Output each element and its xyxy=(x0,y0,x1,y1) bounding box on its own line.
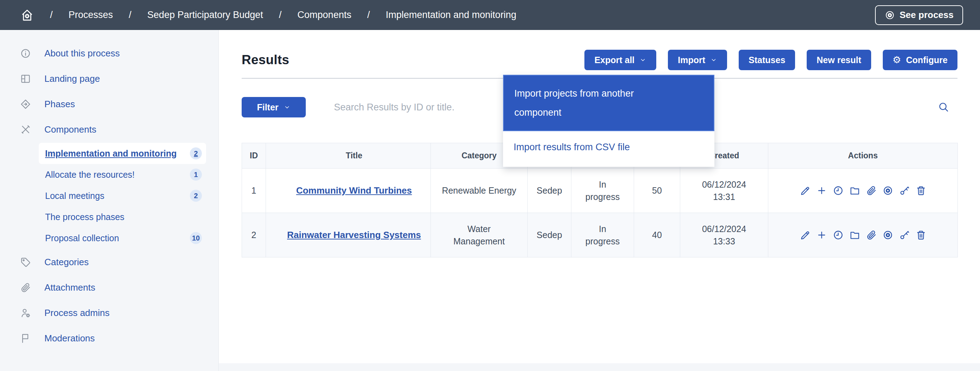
clock-icon xyxy=(833,185,844,196)
header-title: Title xyxy=(266,143,431,169)
permissions-button[interactable] xyxy=(899,185,910,196)
paperclip-icon xyxy=(866,185,877,196)
cell-scope: Sedep xyxy=(528,169,571,213)
new-result-button[interactable]: New result xyxy=(807,50,871,70)
sidebar-item-categories[interactable]: Categories xyxy=(0,249,218,275)
key-icon xyxy=(899,185,910,196)
component-label: Local meetings xyxy=(45,191,190,201)
projects-button[interactable] xyxy=(849,230,860,240)
preview-button[interactable] xyxy=(883,230,893,240)
export-all-label: Export all xyxy=(594,55,635,65)
home-icon xyxy=(20,8,34,22)
sidebar-component-local-meetings[interactable]: Local meetings 2 xyxy=(39,185,206,206)
sidebar-item-label: Landing page xyxy=(45,74,100,84)
sidebar-component-allocate-the-resources[interactable]: Allocate the resources! 1 xyxy=(39,164,206,185)
delete-button[interactable] xyxy=(916,230,926,240)
cell-status: In progress xyxy=(571,169,634,213)
component-count-badge: 1 xyxy=(190,169,202,181)
statuses-label: Statuses xyxy=(749,55,785,65)
component-label: The process phases xyxy=(45,212,202,222)
eye-icon xyxy=(885,10,895,21)
import-label: Import xyxy=(678,55,705,65)
breadcrumb-separator: / xyxy=(367,10,370,21)
breadcrumb-components[interactable]: Components xyxy=(298,10,351,21)
sidebar-item-label: About this process xyxy=(45,48,120,59)
edit-result-button[interactable] xyxy=(800,230,811,240)
result-title-link[interactable]: Community Wind Turbines xyxy=(296,185,412,196)
breadcrumb-current-component[interactable]: Implementation and monitoring xyxy=(386,10,516,21)
statuses-button[interactable]: Statuses xyxy=(739,50,795,70)
see-process-button[interactable]: See process xyxy=(875,5,963,25)
see-process-label: See process xyxy=(900,10,954,21)
menu-item-import-projects[interactable]: Import projects from another component xyxy=(503,75,714,131)
eye-icon xyxy=(883,185,893,196)
sidebar-item-phases[interactable]: Phases xyxy=(0,91,218,117)
preview-button[interactable] xyxy=(883,185,893,196)
add-child-result-button[interactable] xyxy=(816,230,827,240)
sidebar-item-about-this-process[interactable]: About this process xyxy=(0,40,218,66)
component-count-badge: 2 xyxy=(190,147,202,159)
results-toolbar: Export all Import Statuses New result ⚙ … xyxy=(584,50,958,70)
search-icon[interactable] xyxy=(938,101,950,113)
result-title-link[interactable]: Rainwater Harvesting Systems xyxy=(287,230,421,240)
sidebar-item-attachments[interactable]: Attachments xyxy=(0,275,218,300)
home-breadcrumb-button[interactable] xyxy=(20,8,34,22)
cell-category: Water Management xyxy=(431,213,528,257)
breadcrumb-process-name[interactable]: Sedep Participatory Budget xyxy=(147,10,263,21)
breadcrumb-separator: / xyxy=(279,10,282,21)
component-label: Proposal collection xyxy=(45,233,190,243)
cell-id: 2 xyxy=(242,213,266,257)
sidebar-item-label: Phases xyxy=(45,99,75,110)
plus-icon xyxy=(816,185,827,196)
key-icon xyxy=(899,230,910,240)
app-window: / Processes / Sedep Participatory Budget… xyxy=(0,0,980,371)
components-sub-list: Implementation and monitoring 2 Allocate… xyxy=(39,143,206,249)
sidebar-item-process-admins[interactable]: Process admins xyxy=(0,300,218,326)
chevron-down-icon xyxy=(283,104,291,111)
breadcrumb-separator: / xyxy=(50,10,53,21)
timeline-button[interactable] xyxy=(833,185,844,196)
import-dropdown-menu: Import projects from another component I… xyxy=(503,75,714,167)
breadcrumb-processes[interactable]: Processes xyxy=(69,10,113,21)
cell-created: 06/12/2024 13:33 xyxy=(680,213,768,257)
projects-button[interactable] xyxy=(849,185,860,196)
filter-button[interactable]: Filter xyxy=(242,97,306,117)
attachments-button[interactable] xyxy=(866,230,877,240)
menu-item-import-csv[interactable]: Import results from CSV file xyxy=(503,131,714,167)
paperclip-icon xyxy=(20,282,31,293)
timeline-button[interactable] xyxy=(833,230,844,240)
tag-icon xyxy=(20,257,31,268)
edit-result-button[interactable] xyxy=(800,185,811,196)
pencil-icon xyxy=(800,185,811,196)
table-row: 2 Rainwater Harvesting Systems Water Man… xyxy=(242,213,958,257)
cell-status: In progress xyxy=(571,213,634,257)
folder-icon xyxy=(849,230,860,240)
delete-button[interactable] xyxy=(916,185,926,196)
component-count-badge: 2 xyxy=(190,190,202,202)
gear-icon: ⚙ xyxy=(892,54,901,66)
sidebar-item-components[interactable]: Components xyxy=(0,117,218,142)
export-all-button[interactable]: Export all xyxy=(584,50,656,70)
import-button[interactable]: Import xyxy=(668,50,727,70)
layout-icon xyxy=(20,74,31,84)
sidebar-item-moderations[interactable]: Moderations xyxy=(0,326,218,351)
attachments-button[interactable] xyxy=(866,185,877,196)
new-result-label: New result xyxy=(816,55,861,65)
permissions-button[interactable] xyxy=(899,230,910,240)
pencil-icon xyxy=(800,230,811,240)
sidebar-component-proposal-collection[interactable]: Proposal collection 10 xyxy=(39,227,206,249)
add-child-result-button[interactable] xyxy=(816,185,827,196)
sidebar-component-implementation-and-monitoring[interactable]: Implementation and monitoring 2 xyxy=(39,143,206,164)
cell-actions xyxy=(768,213,958,257)
sidebar-item-label: Moderations xyxy=(45,333,95,344)
sidebar-item-landing-page[interactable]: Landing page xyxy=(0,66,218,91)
chevron-down-icon xyxy=(710,56,717,64)
configure-label: Configure xyxy=(906,55,948,65)
cell-actions xyxy=(768,169,958,213)
header-actions: Actions xyxy=(768,143,958,169)
sidebar-component-the-process-phases[interactable]: The process phases xyxy=(39,206,206,227)
cell-category: Renewable Energy xyxy=(431,169,528,213)
configure-button[interactable]: ⚙ Configure xyxy=(883,50,958,70)
clock-icon xyxy=(833,230,844,240)
sidebar-item-label: Process admins xyxy=(45,307,110,318)
